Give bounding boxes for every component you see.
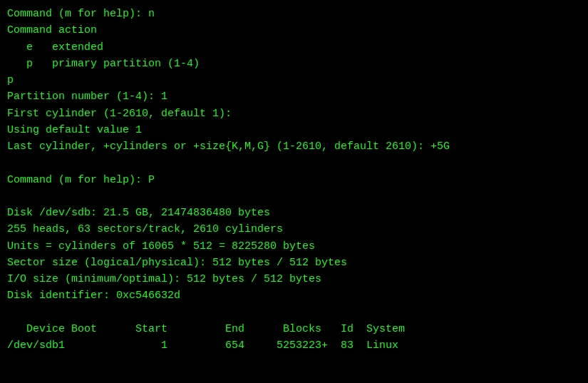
line-15: I/O size (minimum/optimal): 512 bytes / …	[7, 271, 581, 287]
line-16: Disk identifier: 0xc546632d	[7, 287, 581, 304]
blank-1	[7, 155, 581, 171]
line-2: Command action	[7, 22, 581, 39]
line-11: Disk /dev/sdb: 21.5 GB, 21474836480 byte…	[7, 205, 581, 221]
line-7: First cylinder (1-2610, default 1):	[7, 106, 581, 122]
line-3: e extended	[7, 39, 581, 56]
line-5: p	[7, 72, 581, 88]
line-1: Command (m for help): n	[7, 6, 581, 22]
line-4: p primary partition (1-4)	[7, 56, 581, 72]
line-12: 255 heads, 63 sectors/track, 2610 cylind…	[7, 221, 581, 238]
terminal-output: Command (m for help): n Command action e…	[7, 6, 581, 354]
line-14: Sector size (logical/physical): 512 byte…	[7, 255, 581, 271]
blank-2	[7, 188, 581, 205]
line-6: Partition number (1-4): 1	[7, 88, 581, 105]
line-10: Command (m for help): P	[7, 172, 581, 188]
table-header: Device Boot Start End Blocks Id System	[7, 321, 581, 337]
blank-3	[7, 305, 581, 321]
table-data-row: /dev/sdb1 1 654 5253223+ 83 Linux	[7, 337, 581, 354]
line-8: Using default value 1	[7, 122, 581, 138]
line-9: Last cylinder, +cylinders or +size{K,M,G…	[7, 138, 581, 155]
line-13: Units = cylinders of 16065 * 512 = 82252…	[7, 238, 581, 255]
